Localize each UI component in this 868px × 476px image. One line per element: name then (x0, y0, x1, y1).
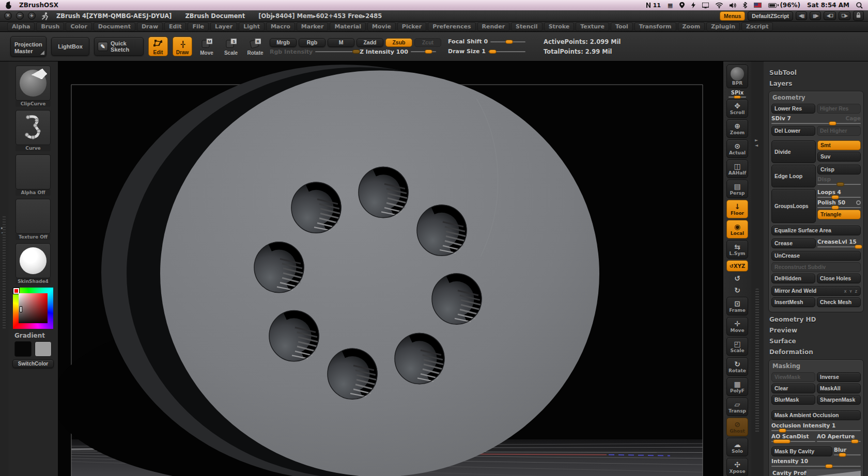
menu-item-picker[interactable]: Picker (397, 22, 426, 31)
shelf-xpose-button[interactable]: ✣Xpose (726, 458, 748, 476)
del-hidden-button[interactable]: DelHidden (771, 274, 815, 283)
zadd-button[interactable]: Zadd (357, 38, 383, 47)
menu-item-draw[interactable]: Draw (137, 22, 163, 31)
groups-loops-button[interactable]: GroupsLoops (771, 189, 816, 223)
close-holes-button[interactable]: Close Holes (817, 274, 861, 283)
reconstruct-subdiv-button[interactable]: Reconstruct Subdiv (771, 262, 861, 272)
menu-item-zoom[interactable]: Zoom (678, 22, 705, 31)
lower-res-button[interactable]: Lower Res (771, 104, 815, 114)
shelf-move-button[interactable]: ✛Move (726, 317, 748, 336)
loops-slider[interactable]: Loops 4 (817, 189, 861, 198)
shelf-bpr-button[interactable]: BPR (726, 65, 748, 88)
deformation-section-header[interactable]: Deformation (769, 348, 863, 356)
divide-button[interactable]: Divide (771, 140, 816, 163)
bolt-icon[interactable] (691, 2, 695, 8)
menu-item-stroke[interactable]: Stroke (544, 22, 575, 31)
menubar-app-name[interactable]: ZBrushOSX (19, 2, 58, 9)
gradient-label[interactable]: Gradient (14, 332, 45, 339)
z-intensity-slider[interactable]: Z Intensity 100 (360, 49, 436, 55)
ao-scandist-slider[interactable]: AO ScanDist (771, 433, 815, 442)
menu-item-alpha[interactable]: Alpha (7, 22, 35, 31)
shelf-local-button[interactable]: ◉Local (726, 220, 748, 239)
shelf-l-sym-button[interactable]: ⇆L.Sym (726, 240, 748, 259)
switch-color-button[interactable]: SwitchColor (12, 359, 54, 368)
menu-item-document[interactable]: Document (94, 22, 135, 31)
shelf-zoom-button[interactable]: ⊕Zoom (726, 119, 748, 138)
battery-icon[interactable]: (96%) (768, 2, 800, 9)
menu-item-render[interactable]: Render (477, 22, 510, 31)
material-thumbnail[interactable] (16, 243, 51, 278)
shelf-actual-button[interactable]: ⊙Actual (726, 139, 748, 158)
cavity-blur-slider[interactable]: Blur (834, 447, 861, 456)
sharpen-mask-button[interactable]: SharpenMask (817, 395, 861, 405)
uncrease-button[interactable]: UnCrease (771, 251, 861, 261)
triangle-button[interactable]: Triangle (817, 210, 861, 219)
bluetooth-icon[interactable] (743, 2, 747, 8)
disp-slider[interactable]: Disp (817, 176, 861, 185)
cavity-profile-curve[interactable]: Cavity Profile (771, 469, 861, 476)
spix-slider[interactable] (729, 97, 746, 98)
rgb-button[interactable]: Rgb (299, 38, 326, 47)
default-zscript-button[interactable]: DefaultZScript (748, 11, 793, 21)
char-grid-icon[interactable]: ▦ (668, 2, 673, 9)
mask-all-button[interactable]: MaskAll (817, 384, 861, 393)
texture-thumbnail[interactable] (16, 199, 51, 234)
minimize-window-button[interactable]: − (16, 12, 24, 20)
right-tray-divider[interactable]: ►◄ (751, 61, 764, 476)
shelf-scale-button[interactable]: ◰Scale (726, 337, 748, 356)
shelf-ghost-button[interactable]: ⊘Ghost (726, 418, 748, 436)
shelf-spin-y-button[interactable]: ↺ (726, 273, 748, 283)
menu-item-zplugin[interactable]: Zplugin (706, 22, 740, 31)
edit-mode-button[interactable]: Edit (148, 37, 168, 56)
us-flag-icon[interactable] (754, 3, 762, 8)
menu-item-marker[interactable]: Marker (297, 22, 329, 31)
geometry-section-header[interactable]: Geometry (772, 94, 861, 101)
current-brush-thumbnail[interactable] (16, 66, 51, 101)
quick-sketch-button[interactable]: ✎ Quick Sketch (94, 37, 144, 56)
menubar-clock[interactable]: Sat 8:54 AM (807, 2, 849, 9)
input-source-icon[interactable]: 11 (645, 2, 661, 9)
right-tray-scrollbar[interactable] (755, 289, 759, 433)
surface-section-header[interactable]: Surface (769, 338, 863, 345)
apple-menu-icon[interactable] (5, 2, 12, 9)
mask-ambient-occlusion-button[interactable]: Mask Ambient Occlusion (771, 410, 861, 420)
zoom-window-button[interactable]: + (28, 12, 36, 20)
color-picker[interactable] (13, 288, 53, 329)
inverse-button[interactable]: Inverse (817, 372, 861, 382)
shelf-collapse-left-button[interactable]: ◀|||| (796, 11, 807, 20)
del-lower-button[interactable]: Del Lower (771, 126, 815, 136)
ao-aperture-slider[interactable]: AO Aperture (817, 433, 861, 442)
menu-item-tool[interactable]: Tool (611, 22, 633, 31)
polish-mode-toggle[interactable] (856, 200, 861, 205)
occlusion-intensity-slider[interactable]: Occlusion Intensity 1 (771, 422, 861, 431)
shelf-aahalf-button[interactable]: ◫AAHalf (726, 160, 748, 178)
crease-button[interactable]: Crease (771, 239, 816, 248)
left-tray-divider[interactable]: ►◄ (0, 61, 8, 476)
rotate-mode-button[interactable]: R Rotate (245, 37, 265, 56)
scale-mode-button[interactable]: S Scale (221, 37, 241, 56)
shelf-collapse-right-button[interactable]: ||||▶ (810, 11, 821, 20)
menu-item-texture[interactable]: Texture (576, 22, 609, 31)
shelf-floor-button[interactable]: ↓Floor (726, 200, 748, 218)
mrgb-button[interactable]: Mrgb (270, 38, 297, 47)
view-mask-button[interactable]: ViewMask (771, 372, 815, 382)
main-color-swatch[interactable] (14, 341, 32, 357)
menu-item-material[interactable]: Material (330, 22, 365, 31)
zsub-button[interactable]: Zsub (385, 38, 412, 47)
secondary-color-swatch[interactable] (35, 341, 52, 357)
close-window-button[interactable]: ✕ (4, 12, 12, 20)
equalize-surface-area-button[interactable]: Equalize Surface Area (771, 226, 861, 235)
polish-slider[interactable]: Polish 50 (817, 199, 861, 208)
focal-shift-slider[interactable]: Focal Shift 0 (448, 38, 525, 45)
right-divider-arrows[interactable]: ►◄ (755, 138, 758, 148)
menu-item-color[interactable]: Color (66, 22, 91, 31)
alpha-thumbnail[interactable] (16, 154, 51, 189)
location-icon[interactable] (679, 2, 685, 8)
subtool-section-header[interactable]: SubTool (769, 69, 863, 76)
shelf-polyf-button[interactable]: ▦PolyF (726, 377, 748, 396)
zcut-button[interactable]: Zcut (414, 38, 441, 47)
cage-button[interactable]: Cage (846, 115, 861, 121)
menu-item-transform[interactable]: Transform (634, 22, 676, 31)
rgb-intensity-slider[interactable]: Rgb Intensity (270, 49, 358, 55)
masking-section-header[interactable]: Masking (772, 362, 861, 370)
